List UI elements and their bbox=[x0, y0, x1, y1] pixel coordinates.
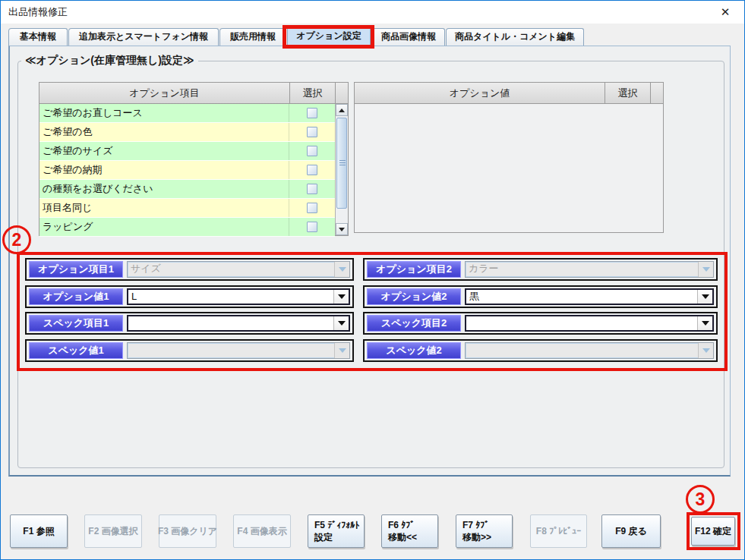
chevron-down-icon bbox=[339, 267, 346, 272]
spec-item2-value bbox=[466, 316, 697, 330]
dropdown-arrow-button[interactable] bbox=[697, 316, 712, 330]
button-label: F4 画像表示 bbox=[237, 525, 286, 537]
option-value2-label: オプション値2 bbox=[367, 288, 461, 305]
f5-default-settings-button[interactable]: F5 ﾃﾞｨﾌｫﾙﾄ 設定 bbox=[308, 514, 365, 548]
spec-value1-label: スペック値1 bbox=[29, 342, 123, 359]
tab-basic-info[interactable]: 基本情報 bbox=[8, 28, 68, 46]
column-header-corner bbox=[336, 83, 348, 103]
button-label: 移動<< bbox=[388, 531, 417, 543]
option-item1-label: オプション項目1 bbox=[29, 261, 123, 278]
option-row-checkbox[interactable] bbox=[307, 165, 317, 175]
option-row-checkbox[interactable] bbox=[307, 127, 317, 137]
chevron-down-icon bbox=[702, 267, 710, 272]
option-item2-combobox: カラー bbox=[465, 261, 714, 278]
column-header-select: 選択 bbox=[605, 83, 651, 103]
chevron-down-icon bbox=[339, 348, 346, 353]
dialog-window: 出品情報修正 ✕ 基本情報 追加表示とスマートフォン情報 販売用情報 オプション… bbox=[0, 0, 745, 560]
chevron-down-icon bbox=[702, 348, 710, 353]
f9-back-button[interactable]: F9 戻る bbox=[601, 514, 661, 548]
button-label: F7 ﾀﾌﾞ bbox=[462, 519, 489, 531]
dropdown-arrow-button[interactable] bbox=[333, 290, 349, 304]
column-header-corner bbox=[651, 83, 663, 103]
button-label: 設定 bbox=[314, 531, 333, 543]
scrollbar-up-button[interactable] bbox=[336, 104, 348, 116]
table-row[interactable]: の種類をお選びください bbox=[39, 180, 335, 199]
option-item-name: ご希望のサイズ bbox=[39, 142, 289, 160]
tab-option-settings[interactable]: オプション設定 bbox=[287, 27, 371, 46]
tab-title-comment-edit[interactable]: 商品タイトル・コメント編集 bbox=[446, 28, 584, 46]
option-item-table-body: ご希望のお直しコース ご希望の色 ご希望のサイズ ご希望の納期 bbox=[39, 104, 335, 235]
form-row-option-value-2: オプション値2 黒 bbox=[363, 285, 718, 308]
chevron-down-icon bbox=[338, 321, 346, 326]
f12-confirm-button[interactable]: F12 確定 bbox=[691, 517, 735, 546]
option-row-checkbox[interactable] bbox=[307, 108, 317, 118]
option-value-table: オプション値 選択 bbox=[354, 82, 664, 233]
f3-image-clear-button: F3 画像クリア bbox=[159, 514, 216, 548]
table-row[interactable]: ご希望の色 bbox=[39, 123, 335, 142]
option-value-table-header: オプション値 選択 bbox=[355, 83, 663, 104]
option-item-name: ラッピング bbox=[39, 218, 289, 236]
option-item-table: オプション項目 選択 ご希望のお直しコース ご希望の色 ご希望のサイズ bbox=[39, 82, 349, 236]
tab-additional-display[interactable]: 追加表示とスマートフォン情報 bbox=[68, 28, 219, 46]
option-value-table-body bbox=[355, 104, 663, 232]
button-label: F5 ﾃﾞｨﾌｫﾙﾄ bbox=[314, 519, 359, 531]
close-icon[interactable]: ✕ bbox=[712, 1, 738, 24]
tab-sales-info[interactable]: 販売用情報 bbox=[219, 28, 286, 46]
spec-item1-value bbox=[128, 316, 333, 330]
button-label: F8 ﾌﾟﾚﾋﾞｭｰ bbox=[536, 525, 581, 537]
spec-value1-combobox bbox=[127, 342, 350, 359]
dropdown-arrow-button[interactable] bbox=[333, 316, 349, 330]
option-item-name: ご希望の納期 bbox=[39, 161, 289, 179]
chevron-down-icon bbox=[702, 294, 709, 299]
f6-tab-move-prev-button[interactable]: F6 ﾀﾌﾞ 移動<< bbox=[381, 514, 438, 548]
dropdown-arrow-button bbox=[334, 262, 349, 277]
scrollbar-down-button[interactable] bbox=[336, 223, 348, 235]
option-item2-value: カラー bbox=[466, 262, 698, 277]
form-row-spec-item-2: スペック項目2 bbox=[363, 312, 718, 335]
option-value2-combobox[interactable]: 黒 bbox=[465, 288, 714, 305]
f7-tab-move-next-button[interactable]: F7 ﾀﾌﾞ 移動>> bbox=[456, 514, 513, 548]
spec-item2-combobox[interactable] bbox=[465, 315, 714, 332]
f2-image-select-button: F2 画像選択 bbox=[84, 514, 142, 548]
tab-product-images[interactable]: 商品画像情報 bbox=[372, 28, 445, 46]
table-row[interactable]: ご希望の納期 bbox=[39, 161, 335, 180]
form-row-spec-item-1: スペック項目1 bbox=[25, 312, 354, 335]
annotation-circle-3: 3 bbox=[686, 485, 715, 514]
f8-preview-button: F8 ﾌﾟﾚﾋﾞｭｰ bbox=[530, 514, 587, 548]
option-row-checkbox[interactable] bbox=[307, 222, 317, 232]
option-row-checkbox[interactable] bbox=[307, 146, 317, 156]
vertical-scrollbar[interactable] bbox=[335, 104, 348, 235]
button-label: F9 戻る bbox=[615, 525, 647, 537]
option-item2-label: オプション項目2 bbox=[367, 261, 461, 278]
scrollbar-thumb[interactable] bbox=[336, 118, 347, 209]
option-item-table-header: オプション項目 選択 bbox=[39, 83, 348, 104]
dropdown-arrow-button[interactable] bbox=[697, 290, 712, 304]
option-row-checkbox[interactable] bbox=[307, 184, 317, 194]
table-row[interactable]: ご希望のサイズ bbox=[39, 142, 335, 161]
f1-browse-button[interactable]: F1 参照 bbox=[10, 514, 68, 548]
option-value1-label: オプション値1 bbox=[29, 288, 123, 305]
option-row-checkbox[interactable] bbox=[307, 203, 317, 213]
spec-value2-label: スペック値2 bbox=[367, 342, 461, 359]
window-title: 出品情報修正 bbox=[8, 1, 68, 24]
form-row-option-value-1: オプション値1 L bbox=[25, 285, 354, 308]
column-header-option-value: オプション値 bbox=[355, 83, 605, 103]
tab-bar: 基本情報 追加表示とスマートフォン情報 販売用情報 オプション設定 商品画像情報… bbox=[1, 24, 744, 46]
option-item-name: ご希望のお直しコース bbox=[39, 104, 289, 122]
spec-value1-value bbox=[128, 343, 334, 358]
option-item-name: の種類をお選びください bbox=[39, 180, 289, 198]
table-row[interactable]: ラッピング bbox=[39, 218, 335, 237]
scrollbar-grip-icon bbox=[339, 160, 346, 167]
button-label: F2 画像選択 bbox=[88, 525, 137, 537]
form-row-spec-value-1: スペック値1 bbox=[25, 339, 354, 362]
triangle-up-icon bbox=[339, 109, 345, 112]
dropdown-arrow-button bbox=[698, 262, 713, 277]
option-value1-combobox[interactable]: L bbox=[127, 288, 350, 305]
groupbox-title: ≪オプション(在庫管理無し)設定≫ bbox=[21, 54, 198, 68]
table-row[interactable]: 項目名同じ bbox=[39, 199, 335, 218]
table-row[interactable]: ご希望のお直しコース bbox=[39, 104, 335, 123]
option-value2-value: 黒 bbox=[466, 290, 697, 304]
triangle-down-icon bbox=[339, 228, 345, 231]
spec-item1-combobox[interactable] bbox=[127, 315, 350, 332]
spec-item2-label: スペック項目2 bbox=[367, 315, 461, 332]
